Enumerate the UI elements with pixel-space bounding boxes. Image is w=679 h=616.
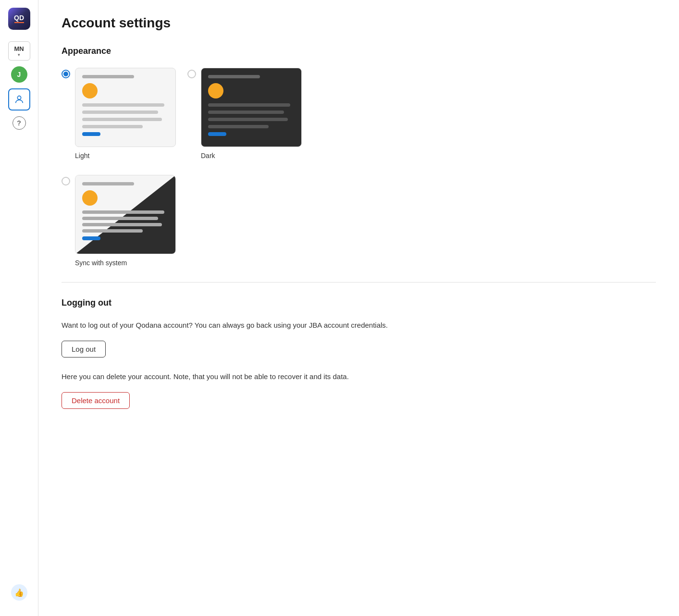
avatar-label: J (17, 71, 21, 78)
dark-preview-circle (208, 83, 223, 99)
dark-theme-preview[interactable] (201, 68, 302, 147)
logout-button[interactable]: Log out (62, 341, 106, 357)
section-divider (62, 282, 656, 283)
appearance-options: Light (62, 68, 656, 160)
system-preview-lines (82, 210, 169, 233)
thumbs-up-icon: 👍 (14, 588, 24, 597)
feedback-button[interactable]: 👍 (11, 584, 27, 601)
theme-option-light: Light (62, 68, 176, 160)
system-theme-preview[interactable] (75, 175, 176, 254)
delete-description: Here you can delete your account. Note, … (62, 371, 398, 382)
theme-option-system: Sync with system (62, 175, 656, 267)
workspace-selector[interactable]: MN ▾ (8, 41, 30, 61)
theme-option-light-row (62, 68, 176, 147)
logging-out-section-title: Logging out (62, 298, 656, 308)
light-theme-preview[interactable] (75, 68, 176, 147)
app-logo: QD (8, 8, 30, 30)
sidebar: QD MN ▾ J ? 👍 (0, 0, 38, 616)
person-icon (14, 94, 25, 105)
workspace-label: MN (14, 45, 24, 52)
theme-option-dark: Dark (187, 68, 302, 160)
dark-theme-label: Dark (201, 152, 215, 160)
dark-preview-lines (208, 103, 295, 128)
main-content: Account settings Appearance (38, 0, 679, 616)
light-preview-circle (82, 83, 98, 99)
theme-option-dark-row (187, 68, 302, 147)
light-theme-label: Light (75, 152, 89, 160)
system-theme-label: Sync with system (75, 259, 127, 267)
sidebar-bottom: 👍 (11, 584, 27, 608)
radio-dark[interactable] (187, 70, 196, 78)
page-title: Account settings (62, 15, 656, 31)
account-settings-nav[interactable] (8, 88, 30, 111)
theme-option-system-row (62, 175, 176, 254)
system-preview-circle (82, 190, 98, 206)
svg-point-0 (17, 96, 21, 99)
user-avatar[interactable]: J (11, 66, 27, 83)
delete-account-button[interactable]: Delete account (62, 392, 130, 409)
logout-description: Want to log out of your Qodana account? … (62, 320, 398, 331)
light-preview-lines (82, 103, 169, 128)
logo-text: QD (14, 14, 24, 21)
appearance-section-title: Appearance (62, 46, 656, 56)
radio-system[interactable] (62, 177, 70, 185)
help-icon: ? (17, 119, 21, 127)
workspace-arrow-icon: ▾ (18, 52, 20, 57)
radio-light[interactable] (62, 70, 70, 78)
help-button[interactable]: ? (12, 116, 26, 130)
